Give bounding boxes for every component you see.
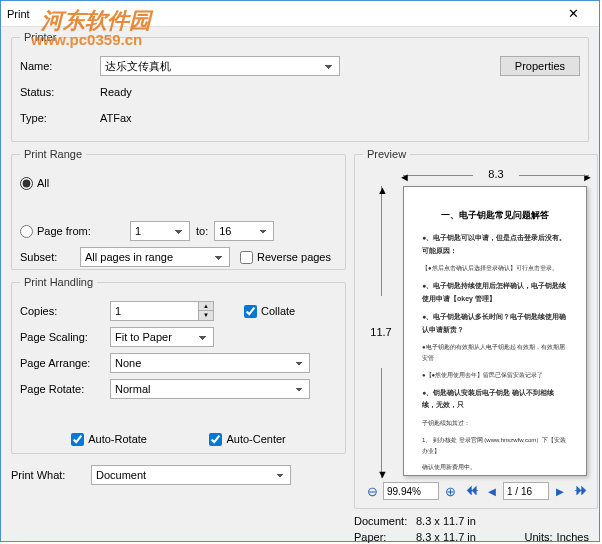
copies-input[interactable] bbox=[110, 301, 198, 321]
print-handling-group: Print Handling Copies: ▲▼ Collate bbox=[11, 276, 346, 454]
printer-status-label: Status: bbox=[20, 86, 100, 98]
subset-label: Subset: bbox=[20, 251, 80, 263]
copies-label: Copies: bbox=[20, 305, 110, 317]
printer-name-label: Name: bbox=[20, 60, 100, 72]
document-size-row: Document: 8.3 x 11.7 in bbox=[354, 515, 589, 527]
dialog-title: Print bbox=[7, 8, 553, 20]
first-page-icon[interactable]: ⯬ bbox=[463, 482, 481, 500]
preview-group: Preview ◄ 8.3 ► ▲ 11.7 ▼ bbox=[354, 148, 598, 509]
scaling-select[interactable]: Fit to Paper bbox=[110, 327, 214, 347]
preview-height-ruler: ▲ 11.7 ▼ bbox=[363, 186, 399, 478]
preview-box: ◄ 8.3 ► ▲ 11.7 ▼ 一、电子钥匙常见问题解答 ●、电子钥 bbox=[363, 168, 589, 478]
auto-rotate-checkbox[interactable]: Auto-Rotate bbox=[71, 433, 147, 446]
preview-doc-title: 一、电子钥匙常见问题解答 bbox=[422, 209, 568, 222]
printer-type-label: Type: bbox=[20, 112, 100, 124]
collate-checkbox[interactable]: Collate bbox=[244, 305, 295, 318]
reverse-pages-checkbox[interactable]: Reverse pages bbox=[240, 251, 331, 264]
subset-select[interactable]: All pages in range bbox=[80, 247, 230, 267]
spin-up-icon[interactable]: ▲ bbox=[199, 302, 213, 311]
range-pagefrom-radio[interactable]: Page from: bbox=[20, 225, 130, 238]
zoom-in-icon[interactable]: ⊕ bbox=[441, 482, 459, 500]
range-legend: Print Range bbox=[20, 148, 86, 160]
preview-legend: Preview bbox=[363, 148, 410, 160]
zoom-value[interactable]: 99.94% bbox=[383, 482, 439, 500]
auto-center-checkbox[interactable]: Auto-Center bbox=[209, 433, 285, 446]
properties-button[interactable]: Properties bbox=[500, 56, 580, 76]
range-all-input[interactable] bbox=[20, 177, 33, 190]
to-label: to: bbox=[196, 225, 208, 237]
arrange-label: Page Arrange: bbox=[20, 357, 110, 369]
range-pagefrom-input[interactable] bbox=[20, 225, 33, 238]
printer-name-select[interactable]: 达乐文传真机 bbox=[100, 56, 340, 76]
copies-spinner[interactable]: ▲▼ bbox=[110, 301, 214, 321]
zoom-out-icon[interactable]: ⊖ bbox=[363, 482, 381, 500]
page-indicator[interactable]: 1 / 16 bbox=[503, 482, 549, 500]
rotate-label: Page Rotate: bbox=[20, 383, 110, 395]
titlebar: Print ✕ bbox=[1, 1, 599, 27]
arrange-select[interactable]: None bbox=[110, 353, 310, 373]
preview-width-ruler: ◄ 8.3 ► bbox=[403, 168, 589, 180]
handling-legend: Print Handling bbox=[20, 276, 97, 288]
range-all-radio[interactable]: All bbox=[20, 177, 49, 190]
page-from-select[interactable]: 1 bbox=[130, 221, 190, 241]
last-page-icon[interactable]: ⯮ bbox=[571, 482, 589, 500]
rotate-select[interactable]: Normal bbox=[110, 379, 310, 399]
prev-page-icon[interactable]: ◄ bbox=[483, 482, 501, 500]
print-dialog: Print ✕ 河东软件园 www.pc0359.cn Printer Name… bbox=[0, 0, 600, 542]
preview-page: 一、电子钥匙常见问题解答 ●、电子钥匙可以申请，但是点击登录后没有。可能原因： … bbox=[403, 186, 587, 476]
printer-type-value: ATFax bbox=[100, 112, 132, 124]
printer-group: Printer Name: 达乐文传真机 Properties Status: … bbox=[11, 31, 589, 142]
print-what-label: Print What: bbox=[11, 469, 91, 481]
print-range-group: Print Range All Page from: 1 bbox=[11, 148, 346, 270]
print-what-select[interactable]: Document bbox=[91, 465, 291, 485]
page-to-select[interactable]: 16 bbox=[214, 221, 274, 241]
paper-size-row: Paper: 8.3 x 11.7 in Units: Inches bbox=[354, 531, 589, 543]
scaling-label: Page Scaling: bbox=[20, 331, 110, 343]
close-icon[interactable]: ✕ bbox=[553, 6, 593, 21]
printer-status-value: Ready bbox=[100, 86, 132, 98]
next-page-icon[interactable]: ► bbox=[551, 482, 569, 500]
printer-legend: Printer bbox=[20, 31, 60, 43]
spin-down-icon[interactable]: ▼ bbox=[199, 311, 213, 320]
